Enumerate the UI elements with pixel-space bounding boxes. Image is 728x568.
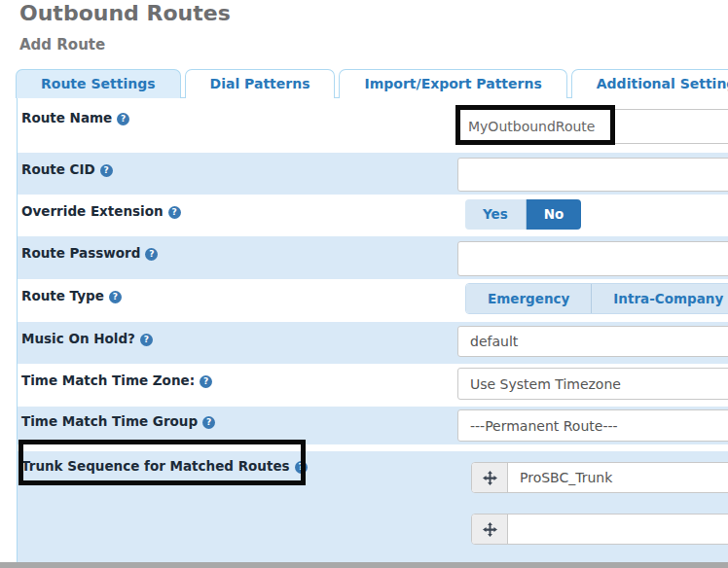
tab-route-settings[interactable]: Route Settings — [16, 69, 181, 98]
help-icon[interactable]: ? — [117, 113, 129, 125]
form-row-route-name: Route Name? — [18, 98, 728, 153]
tab-import-export-patterns[interactable]: Import/Export Patterns — [339, 69, 566, 98]
form-row-route-cid: Route CID? — [18, 153, 728, 195]
form-row-route-type: Route Type? Emergency Intra-Company — [18, 279, 728, 322]
route-type-label: Route Type? — [21, 288, 122, 303]
route-name-input[interactable] — [457, 109, 728, 144]
page-title: Outbound Routes — [19, 1, 231, 25]
trunk-row — [471, 462, 728, 493]
form-row-music-on-hold: Music On Hold?? default — [18, 322, 728, 364]
tab-bar: Route Settings Dial Patterns Import/Expo… — [16, 68, 728, 98]
route-type-emergency-button[interactable]: Emergency — [466, 284, 591, 313]
route-type-intra-company-button[interactable]: Intra-Company — [591, 284, 728, 313]
override-extension-toggle: Yes No — [465, 199, 581, 230]
page-subtitle: Add Route — [19, 36, 105, 53]
time-group-label: Time Match Time Group? — [21, 413, 215, 429]
bottom-scroll-strip — [0, 562, 728, 568]
trunk-row — [471, 514, 728, 545]
help-icon[interactable]: ? — [168, 206, 181, 219]
music-on-hold-label: Music On Hold?? — [21, 331, 153, 346]
help-icon[interactable]: ? — [202, 416, 215, 429]
music-on-hold-select[interactable]: default — [457, 326, 728, 357]
time-zone-select[interactable]: Use System Timezone — [457, 368, 728, 400]
form-row-override-extension: Override Extension? Yes No — [18, 195, 728, 236]
route-name-label: Route Name? — [21, 110, 129, 125]
drag-handle[interactable] — [472, 463, 508, 492]
form-row-trunk-sequence: Trunk Sequence for Matched Routes? — [18, 451, 728, 562]
override-extension-no-button[interactable]: No — [526, 199, 582, 230]
help-icon[interactable]: ? — [140, 334, 153, 346]
route-password-input[interactable] — [457, 241, 728, 276]
route-password-label: Route Password? — [21, 245, 158, 261]
help-icon[interactable]: ? — [145, 248, 158, 261]
trunk-sequence-label: Trunk Sequence for Matched Routes? — [21, 458, 308, 474]
help-icon[interactable]: ? — [200, 375, 212, 388]
form-row-time-zone: Time Match Time Zone:? Use System Timezo… — [18, 364, 728, 407]
outbound-routes-page: Outbound Routes Add Route Route Settings… — [0, 0, 728, 568]
trunk-sequence-input-2[interactable] — [508, 515, 728, 544]
move-icon — [483, 522, 497, 537]
form-row-route-password: Route Password? — [18, 236, 728, 279]
row-divider — [18, 444, 728, 451]
time-group-select[interactable]: ---Permanent Route--- — [457, 409, 728, 442]
tab-additional-settings[interactable]: Additional Settings — [571, 69, 728, 98]
route-settings-panel: Route Name? Route CID? Override Extensio… — [17, 97, 728, 562]
drag-handle[interactable] — [472, 515, 508, 544]
time-zone-label: Time Match Time Zone:? — [21, 373, 212, 388]
route-cid-label: Route CID? — [21, 161, 113, 177]
form-row-time-group: Time Match Time Group? ---Permanent Rout… — [18, 407, 728, 444]
route-cid-input[interactable] — [457, 158, 728, 192]
trunk-sequence-input-1[interactable] — [508, 463, 728, 492]
help-icon[interactable]: ? — [100, 164, 113, 177]
override-extension-yes-button[interactable]: Yes — [465, 199, 526, 230]
help-icon[interactable]: ? — [109, 291, 122, 303]
tab-dial-patterns[interactable]: Dial Patterns — [185, 69, 336, 98]
route-type-group: Emergency Intra-Company — [465, 283, 728, 314]
help-icon[interactable]: ? — [295, 461, 308, 474]
override-extension-label: Override Extension? — [21, 203, 181, 219]
move-icon — [483, 471, 497, 485]
